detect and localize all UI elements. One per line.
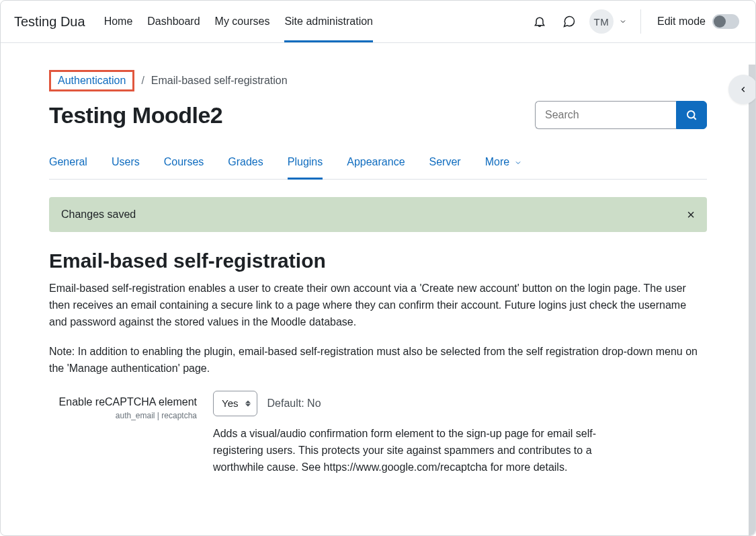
main-content: Authentication / Email-based self-regist… (1, 43, 755, 492)
section-description-1: Email-based self-registration enables a … (49, 280, 707, 330)
breadcrumb-parent[interactable]: Authentication (49, 70, 134, 91)
select-value: Yes (222, 397, 238, 409)
tab-more-label: More (485, 156, 509, 167)
setting-control-col: Yes Default: No Adds a visual/audio conf… (213, 391, 707, 475)
primary-nav: Home Dashboard My courses Site administr… (104, 1, 373, 42)
alert-close-button[interactable]: × (687, 208, 695, 221)
setting-label: Enable reCAPTCHA element (49, 395, 197, 410)
search-icon (685, 109, 698, 121)
alert-text: Changes saved (61, 208, 136, 221)
section-description-2: Note: In addition to enabling the plugin… (49, 344, 707, 377)
tab-appearance[interactable]: Appearance (347, 149, 405, 180)
chevron-left-icon (739, 85, 748, 94)
setting-label-col: Enable reCAPTCHA element auth_email | re… (49, 391, 197, 420)
notifications-icon[interactable] (530, 12, 549, 31)
nav-dashboard[interactable]: Dashboard (147, 1, 200, 42)
page-title: Testing Moodle2 (49, 102, 222, 128)
tab-courses[interactable]: Courses (164, 149, 204, 180)
tab-server[interactable]: Server (429, 149, 461, 180)
breadcrumb-current: Email-based self-registration (151, 75, 288, 87)
tab-plugins[interactable]: Plugins (288, 149, 323, 180)
search-input[interactable] (535, 101, 676, 129)
breadcrumb-separator: / (141, 75, 144, 87)
edit-mode: Edit mode (657, 14, 739, 29)
edit-mode-label: Edit mode (657, 15, 706, 28)
setting-help: Adds a visual/audio confirmation form el… (213, 426, 643, 475)
search-button[interactable] (676, 101, 707, 129)
switch-knob (714, 15, 726, 28)
avatar: TM (589, 9, 614, 34)
nav-site-administration[interactable]: Site administration (284, 1, 373, 42)
top-navbar: Testing Dua Home Dashboard My courses Si… (1, 1, 755, 43)
divider (640, 9, 641, 34)
alert-success: Changes saved × (49, 197, 707, 232)
chevron-down-icon (514, 159, 522, 167)
navbar-icons: TM Edit mode (530, 9, 739, 34)
recaptcha-select[interactable]: Yes (213, 391, 257, 416)
edit-mode-toggle[interactable] (712, 14, 739, 29)
setting-key: auth_email | recaptcha (49, 411, 197, 420)
section-title: Email-based self-registration (49, 250, 707, 272)
setting-default: Default: No (267, 397, 321, 410)
user-menu[interactable]: TM (589, 9, 627, 34)
breadcrumb: Authentication / Email-based self-regist… (49, 70, 707, 91)
chevron-down-icon (619, 17, 627, 26)
select-caret-icon (245, 400, 251, 406)
admin-tabs: General Users Courses Grades Plugins App… (49, 149, 707, 180)
drawer-toggle[interactable] (728, 75, 756, 104)
svg-point-0 (687, 111, 695, 118)
search-group (535, 101, 707, 129)
site-brand[interactable]: Testing Dua (14, 14, 85, 30)
tab-users[interactable]: Users (112, 149, 140, 180)
tab-general[interactable]: General (49, 149, 87, 180)
tab-grades[interactable]: Grades (228, 149, 263, 180)
setting-recaptcha: Enable reCAPTCHA element auth_email | re… (49, 391, 707, 475)
nav-my-courses[interactable]: My courses (215, 1, 270, 42)
tab-more[interactable]: More (485, 149, 522, 180)
close-icon: × (687, 207, 695, 222)
messages-icon[interactable] (560, 12, 579, 31)
nav-home[interactable]: Home (104, 1, 133, 42)
